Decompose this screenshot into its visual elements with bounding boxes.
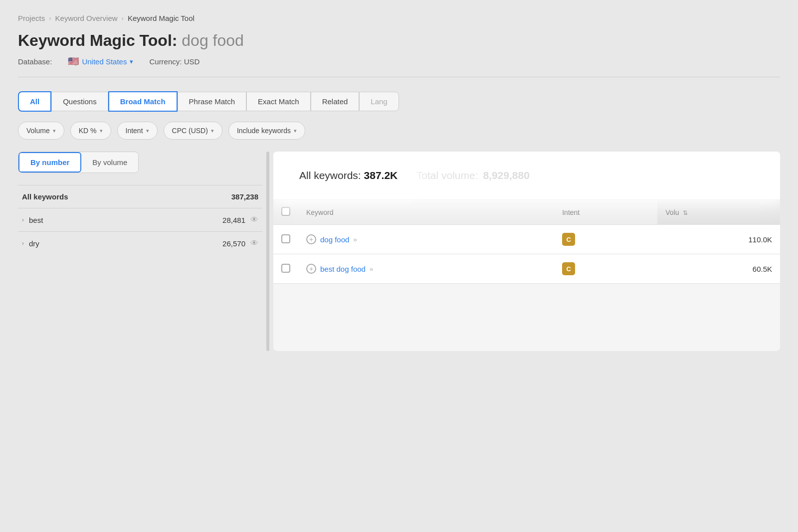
kw-dry-count: 26,570 xyxy=(222,239,245,248)
filter-kd-chevron: ▾ xyxy=(100,128,103,134)
tab-all[interactable]: All xyxy=(18,91,51,112)
summary-total-value: 8,929,880 xyxy=(483,170,529,181)
row1-keyword-link[interactable]: dog food xyxy=(320,235,349,244)
row2-keyword-link[interactable]: best dog food xyxy=(320,265,366,273)
tab-lang[interactable]: Lang xyxy=(359,92,399,111)
row2-volume-cell: 60.5K xyxy=(657,254,780,284)
country-flag: 🇺🇸 xyxy=(68,56,79,67)
filter-kd-label: KD % xyxy=(79,127,97,135)
database-label: Database: xyxy=(18,57,52,66)
row1-add-icon[interactable]: + xyxy=(306,234,316,244)
page-container: Projects › Keyword Overview › Keyword Ma… xyxy=(0,0,798,365)
keyword-group-list: All keywords 387,238 › best 28,481 👁 xyxy=(18,185,262,255)
results-table: Keyword Intent Volu ⇅ xyxy=(273,200,780,284)
currency-label: Currency: USD xyxy=(149,57,200,66)
database-chevron: ▾ xyxy=(130,58,133,65)
filter-volume[interactable]: Volume ▾ xyxy=(18,122,64,140)
th-checkbox xyxy=(273,200,298,225)
th-volume[interactable]: Volu ⇅ xyxy=(657,200,780,225)
page-title: Keyword Magic Tool: dog food xyxy=(18,31,780,50)
row2-intent-badge: C xyxy=(562,262,575,275)
table-body: + dog food » C 110.0K xyxy=(273,225,780,284)
main-content: By number By volume All keywords 387,238… xyxy=(18,152,780,351)
table-row: + dog food » C 110.0K xyxy=(273,225,780,254)
breadcrumb-projects[interactable]: Projects xyxy=(18,14,45,22)
kw-dry-expand[interactable]: › xyxy=(22,240,24,247)
kw-best-left: › best xyxy=(22,216,43,224)
kw-best-eye[interactable]: 👁 xyxy=(250,215,258,224)
kw-dry-left: › dry xyxy=(22,239,39,248)
breadcrumb-keyword-overview[interactable]: Keyword Overview xyxy=(55,14,118,22)
kw-best-expand[interactable]: › xyxy=(22,216,24,223)
kw-best-count: 28,481 xyxy=(222,216,245,224)
row1-keyword-cell: + dog food » xyxy=(298,225,554,254)
left-panel: By number By volume All keywords 387,238… xyxy=(18,152,262,351)
summary-total-label: Total volume: xyxy=(416,170,478,181)
kw-best-label: best xyxy=(29,216,43,224)
kw-all-count: 387,238 xyxy=(231,192,258,201)
tabs-row: All Questions Broad Match Phrase Match E… xyxy=(18,91,780,112)
filter-intent-label: Intent xyxy=(126,127,143,135)
panel-divider xyxy=(266,152,269,351)
select-all-checkbox[interactable] xyxy=(281,207,290,216)
tab-phrase-match[interactable]: Phrase Match xyxy=(178,92,247,111)
tab-related[interactable]: Related xyxy=(311,92,360,111)
view-toggle: By number By volume xyxy=(18,152,139,173)
kw-all-left: All keywords xyxy=(22,192,68,201)
filter-cpc-label: CPC (USD) xyxy=(172,127,208,135)
row1-intent-badge: C xyxy=(562,233,575,246)
row1-arrows: » xyxy=(353,236,357,243)
sort-icon: ⇅ xyxy=(683,209,688,216)
filter-kd[interactable]: KD % ▾ xyxy=(70,122,111,140)
summary-all-label: All keywords: xyxy=(299,170,361,181)
keyword-group-all: All keywords 387,238 xyxy=(18,185,262,208)
kw-dry-eye[interactable]: 👁 xyxy=(250,239,258,248)
filter-volume-label: Volume xyxy=(26,127,50,135)
filter-include-keywords[interactable]: Include keywords ▾ xyxy=(228,122,305,140)
summary-total: Total volume: 8,929,880 xyxy=(416,170,530,181)
tab-broad-match[interactable]: Broad Match xyxy=(108,91,178,112)
filter-cpc-chevron: ▾ xyxy=(211,128,214,134)
filter-intent[interactable]: Intent ▾ xyxy=(117,122,158,140)
database-row: Database: 🇺🇸 United States ▾ Currency: U… xyxy=(18,56,780,77)
filter-include-label: Include keywords xyxy=(237,127,291,135)
page-title-text: Keyword Magic Tool: xyxy=(18,31,177,49)
filter-volume-chevron: ▾ xyxy=(53,128,56,134)
row1-checkbox-cell xyxy=(273,225,298,254)
th-volume-label: Volu xyxy=(665,208,679,216)
row1-checkbox[interactable] xyxy=(281,234,290,243)
page-keyword: dog food xyxy=(182,31,244,49)
right-panel: All keywords: 387.2K Total volume: 8,929… xyxy=(273,152,780,351)
keyword-group-best[interactable]: › best 28,481 👁 xyxy=(18,208,262,231)
kw-dry-label: dry xyxy=(29,239,39,248)
th-intent: Intent xyxy=(554,200,657,225)
summary-all-value: 387.2K xyxy=(364,170,398,181)
tab-exact-match[interactable]: Exact Match xyxy=(246,92,311,111)
row2-intent-cell: C xyxy=(554,254,657,284)
kw-all-label: All keywords xyxy=(22,192,68,201)
row2-checkbox-cell xyxy=(273,254,298,284)
toggle-by-volume[interactable]: By volume xyxy=(81,153,138,172)
breadcrumb-sep-2: › xyxy=(122,14,124,22)
keyword-group-dry[interactable]: › dry 26,570 👁 xyxy=(18,231,262,255)
filter-intent-chevron: ▾ xyxy=(146,128,149,134)
table-header: Keyword Intent Volu ⇅ xyxy=(273,200,780,225)
database-selector[interactable]: 🇺🇸 United States ▾ xyxy=(68,56,133,67)
toggle-by-number[interactable]: By number xyxy=(18,152,81,173)
breadcrumb-sep-1: › xyxy=(49,14,51,22)
row2-checkbox[interactable] xyxy=(281,264,290,273)
filter-include-chevron: ▾ xyxy=(294,128,297,134)
breadcrumb-current: Keyword Magic Tool xyxy=(128,14,195,22)
country-name: United States xyxy=(82,57,127,66)
summary-highlight: All keywords: 387.2K xyxy=(285,162,411,189)
table-row: + best dog food » C 60.5K xyxy=(273,254,780,284)
row2-add-icon[interactable]: + xyxy=(306,264,316,274)
breadcrumb: Projects › Keyword Overview › Keyword Ma… xyxy=(18,14,780,22)
filter-cpc[interactable]: CPC (USD) ▾ xyxy=(164,122,222,140)
row1-intent-cell: C xyxy=(554,225,657,254)
tab-questions[interactable]: Questions xyxy=(51,92,108,111)
filter-row: Volume ▾ KD % ▾ Intent ▾ CPC (USD) ▾ Inc… xyxy=(18,122,780,140)
th-keyword: Keyword xyxy=(298,200,554,225)
row1-volume-cell: 110.0K xyxy=(657,225,780,254)
row2-arrows: » xyxy=(370,265,373,273)
